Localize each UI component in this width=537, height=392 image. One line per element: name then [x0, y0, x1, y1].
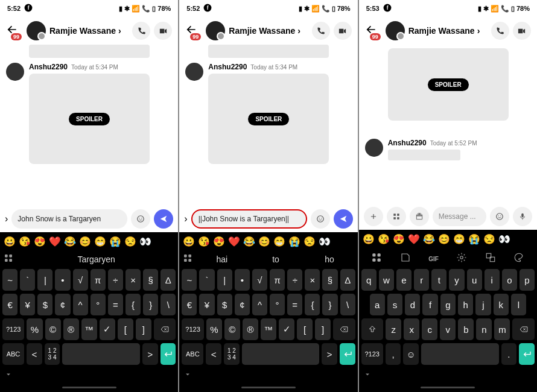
key[interactable]: € — [182, 294, 197, 315]
shift-key[interactable] — [361, 318, 383, 340]
emoji-key[interactable]: ☺ — [403, 343, 419, 365]
spoiler-attachment[interactable]: SPOILER — [29, 74, 150, 164]
spoiler-attachment[interactable]: SPOILER — [388, 48, 509, 121]
back-button[interactable]: 99 — [365, 24, 382, 38]
key[interactable]: § — [322, 269, 337, 291]
key[interactable]: q — [361, 269, 377, 291]
backspace-key[interactable] — [512, 318, 534, 340]
key[interactable]: j — [475, 294, 491, 315]
video-button[interactable] — [334, 22, 352, 40]
key[interactable]: \ — [340, 294, 355, 315]
key[interactable]: \ — [160, 294, 176, 315]
key[interactable]: u — [467, 269, 482, 291]
key[interactable]: ® — [63, 318, 79, 340]
key[interactable]: ¢ — [235, 294, 250, 315]
key[interactable]: © — [224, 318, 240, 340]
key[interactable]: , — [386, 343, 401, 365]
key[interactable]: ° — [270, 294, 285, 315]
key[interactable]: < — [206, 343, 221, 365]
key[interactable]: ® — [243, 318, 258, 340]
enter-key[interactable] — [340, 343, 355, 365]
video-button[interactable] — [154, 22, 172, 40]
call-button[interactable] — [312, 22, 330, 40]
key[interactable]: | — [217, 269, 232, 291]
key[interactable]: ™ — [81, 318, 97, 340]
message-author[interactable]: Anshu2290 — [29, 63, 68, 71]
gif-icon[interactable]: GIF — [428, 256, 439, 262]
chat-area[interactable]: Anshu2290 Today at 5:34 PM SPOILER — [0, 45, 178, 206]
key-numbers[interactable]: 1 23 4 — [45, 343, 60, 365]
expand-icon[interactable]: › — [5, 213, 8, 224]
back-button[interactable]: 99 — [185, 24, 202, 38]
message-avatar[interactable] — [365, 139, 383, 157]
message-input[interactable]: Message ... — [433, 207, 486, 226]
collapse-keyboard[interactable] — [179, 367, 357, 383]
key[interactable]: g — [440, 294, 456, 315]
key-numbers[interactable]: 1 23 4 — [224, 343, 240, 365]
spacebar[interactable] — [242, 343, 320, 365]
key[interactable]: π — [270, 269, 285, 291]
emoji-button[interactable] — [311, 209, 330, 229]
message-input[interactable]: John Snow is a Targaryen — [11, 209, 127, 229]
key[interactable]: < — [27, 343, 42, 365]
back-button[interactable]: 99 — [6, 24, 23, 38]
chat-title[interactable]: Ramjie Wassane› — [49, 26, 129, 36]
translate-icon[interactable] — [485, 252, 496, 265]
key[interactable]: n — [476, 318, 492, 340]
key[interactable]: ^ — [73, 294, 88, 315]
key[interactable]: • — [235, 269, 250, 291]
key[interactable]: ÷ — [108, 269, 123, 291]
key[interactable]: v — [440, 318, 456, 340]
user-avatar[interactable] — [206, 21, 225, 40]
key[interactable]: c — [422, 318, 437, 340]
key[interactable]: § — [143, 269, 158, 291]
key[interactable]: ` — [20, 269, 35, 291]
key[interactable]: Δ — [160, 269, 176, 291]
apps-icon[interactable] — [371, 252, 382, 265]
theme-icon[interactable] — [513, 252, 524, 265]
key[interactable]: √ — [252, 269, 267, 291]
collapse-keyboard[interactable] — [359, 367, 537, 383]
key[interactable]: ™ — [261, 318, 276, 340]
key[interactable]: x — [404, 318, 419, 340]
emoji-suggestion-row[interactable]: 😀😘😍❤️😂😊😁😭😒👀 — [179, 235, 357, 251]
chat-title[interactable]: Ramjie Wassane› — [408, 26, 488, 36]
settings-icon[interactable] — [456, 252, 467, 265]
key[interactable]: w — [379, 269, 394, 291]
add-button[interactable] — [364, 207, 383, 226]
key[interactable]: b — [458, 318, 474, 340]
key[interactable]: > — [142, 343, 158, 365]
backspace-key[interactable] — [154, 318, 176, 340]
key[interactable]: h — [458, 294, 473, 315]
key[interactable]: ✓ — [279, 318, 294, 340]
key[interactable]: € — [2, 294, 17, 315]
key[interactable]: d — [405, 294, 420, 315]
key[interactable]: p — [520, 269, 535, 291]
spoiler-attachment[interactable]: SPOILER — [208, 74, 329, 164]
send-button[interactable] — [154, 209, 173, 229]
key[interactable]: ^ — [252, 294, 267, 315]
key[interactable]: } — [143, 294, 158, 315]
key[interactable]: y — [449, 269, 464, 291]
key[interactable]: ¥ — [199, 294, 214, 315]
key-mode-switch[interactable]: ?123 — [182, 318, 203, 340]
key[interactable]: ✓ — [100, 318, 115, 340]
key[interactable]: { — [126, 294, 141, 315]
emoji-suggestion-row[interactable]: 😀😘😍❤️😂😊😁😭😒👀 — [0, 235, 178, 251]
user-avatar[interactable] — [386, 21, 405, 40]
key[interactable]: { — [305, 294, 320, 315]
key[interactable]: f — [422, 294, 437, 315]
chat-area[interactable]: SPOILER Anshu2290Today at 5:52 PM — [359, 45, 537, 203]
gift-button[interactable] — [410, 207, 429, 226]
key-abc[interactable]: ABC — [182, 343, 203, 365]
spacebar[interactable] — [421, 343, 499, 365]
suggestion-text[interactable]: Targaryen — [18, 254, 174, 264]
send-button[interactable] — [334, 209, 353, 229]
key[interactable]: m — [494, 318, 510, 340]
key-abc[interactable]: ABC — [2, 343, 24, 365]
key[interactable]: % — [27, 318, 42, 340]
sticker-icon[interactable] — [400, 252, 411, 265]
key[interactable]: ~ — [182, 269, 197, 291]
key[interactable]: ¢ — [55, 294, 70, 315]
key[interactable]: s — [387, 294, 402, 315]
